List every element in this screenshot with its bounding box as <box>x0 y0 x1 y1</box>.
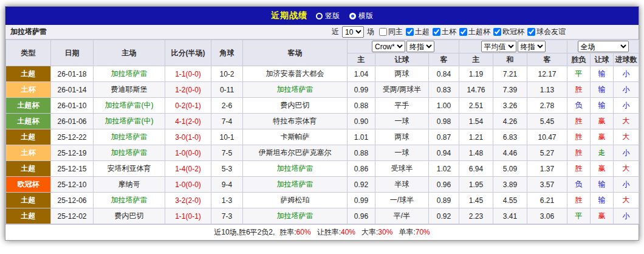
checkbox[interactable] <box>527 28 535 36</box>
away-team[interactable]: 特拉布宗体育 <box>243 114 348 129</box>
layout-radio-horizontal[interactable]: 横版 <box>349 11 373 21</box>
avg-away: 3.57 <box>527 177 567 193</box>
result-handicap: 走 <box>591 145 614 161</box>
radio-icon[interactable] <box>349 13 356 19</box>
away-team[interactable]: 加拉塔萨雷 <box>243 82 348 98</box>
scope-group-header: 全场 <box>567 40 639 53</box>
corner-score: 10-1 <box>211 129 243 145</box>
odds-away: 1.02 <box>429 161 459 177</box>
avg-final-select[interactable]: 终指 <box>518 41 546 52</box>
odds-away: 0.87 <box>429 129 459 145</box>
home-team[interactable]: 摩纳哥 <box>94 177 165 193</box>
corner-score: 10-2 <box>211 66 243 82</box>
avg-draw: 3.26 <box>493 98 527 114</box>
away-team[interactable]: 卡斯帕萨 <box>243 129 348 145</box>
league-badge: 土超杯 <box>6 114 51 129</box>
subcol-odds-handicap: 让球 <box>375 53 429 66</box>
away-team[interactable]: 加拉塔萨雷 <box>243 177 348 193</box>
odds-away: 0.98 <box>429 114 459 129</box>
filter-checkbox-土超[interactable]: 土超 <box>403 27 430 37</box>
avg-draw: 4.55 <box>493 193 527 208</box>
odds-final-select[interactable]: 终指 <box>406 41 434 52</box>
corner-score: 0-11 <box>211 82 243 98</box>
avg-home: 2.51 <box>459 98 493 114</box>
checkbox[interactable] <box>406 28 414 36</box>
odds-source-select[interactable]: Crow* <box>372 41 405 52</box>
result-handicap: 输 <box>591 177 614 193</box>
titlebar: 近期战绩 竖版横版 <box>5 7 639 25</box>
away-team[interactable]: 加济安泰普大都会 <box>243 66 348 82</box>
odds-away: 1.00 <box>429 98 459 114</box>
avg-away: 5.45 <box>527 114 567 129</box>
filter-checkbox-球会友谊[interactable]: 球会友谊 <box>524 27 566 37</box>
scope-select[interactable]: 全场 <box>578 41 629 52</box>
avg-away: 1.13 <box>527 82 567 98</box>
radio-icon[interactable] <box>316 13 323 19</box>
result-wdl: 胜 <box>567 82 591 98</box>
col-header-date: 日期 <box>51 40 94 66</box>
league-badge: 土超 <box>6 129 51 145</box>
match-date: 26-01-14 <box>51 82 94 98</box>
away-team[interactable]: 萨姆松珀 <box>243 193 348 208</box>
checkbox[interactable] <box>459 28 467 36</box>
avg-select[interactable]: 平均值 <box>481 41 516 52</box>
league-badge: 欧冠杯 <box>6 177 51 193</box>
table-row: 土超 26-01-18 加拉塔萨雷 1-1(0-0) 10-2 加济安泰普大都会… <box>6 66 639 82</box>
odds-home: 0.99 <box>348 82 375 98</box>
result-handicap: 输 <box>591 82 614 98</box>
league-badge: 土超 <box>6 193 51 208</box>
odds-home: 0.86 <box>348 161 375 177</box>
score: 4-1(2-0) <box>165 114 211 129</box>
odds-handicap: 一球 <box>375 145 429 161</box>
layout-toggle: 竖版横版 <box>316 11 373 21</box>
result-wdl: 胜 <box>567 161 591 177</box>
odds-home: 0.88 <box>348 145 375 161</box>
filter-checkbox-同主[interactable]: 同主 <box>376 27 403 37</box>
filter-checkbox-欧冠杯[interactable]: 欧冠杯 <box>490 27 524 37</box>
checkbox[interactable] <box>379 28 387 36</box>
subcol-result-hcp: 让球 <box>591 53 614 66</box>
avg-home: 1.21 <box>459 129 493 145</box>
home-team[interactable]: 加拉塔萨雷(中) <box>94 98 165 114</box>
footer-stat-label: 让胜率: <box>317 228 341 236</box>
results-tbody: 土超 26-01-18 加拉塔萨雷 1-1(0-0) 10-2 加济安泰普大都会… <box>6 66 639 224</box>
home-team[interactable]: 费内巴切 <box>94 208 165 224</box>
away-team[interactable]: 加拉塔萨雷 <box>243 161 348 177</box>
checkbox[interactable] <box>433 28 440 36</box>
avg-home: 2.23 <box>459 208 493 224</box>
result-handicap: 赢 <box>591 114 614 129</box>
col-header-score: 比分(半场) <box>165 40 211 66</box>
col-header-home: 主场 <box>94 40 165 66</box>
home-team[interactable]: 加拉塔萨雷(中) <box>94 114 165 129</box>
filter-checkbox-土超杯[interactable]: 土超杯 <box>456 27 490 37</box>
corner-score: 7-4 <box>211 114 243 129</box>
col-header-corner: 角球 <box>211 40 243 66</box>
home-team[interactable]: 加拉塔萨雷 <box>94 129 165 145</box>
home-team[interactable]: 安塔利亚体育 <box>94 161 165 177</box>
home-team[interactable]: 加拉塔萨雷 <box>94 193 165 208</box>
home-team[interactable]: 加拉塔萨雷 <box>94 66 165 82</box>
away-team[interactable]: 伊斯坦布尔巴萨克塞尔 <box>243 145 348 161</box>
table-row: 欧冠杯 25-12-10 摩纳哥 1-0(0-0) 9-4 加拉塔萨雷 0.92… <box>6 177 639 193</box>
match-count-select[interactable]: 10 <box>342 26 364 38</box>
match-date: 25-12-10 <box>51 177 94 193</box>
footer-summary-bar: 近10场,胜6平2负2, 胜率:60%让胜率:40%大率:30%单率:70% <box>5 224 639 240</box>
result-goals: 大 <box>614 193 639 208</box>
subcol-avg-away: 客 <box>527 53 567 66</box>
home-team[interactable]: 加拉塔萨雷 <box>94 145 165 161</box>
home-team[interactable]: 费迪耶斯堡 <box>94 82 165 98</box>
subcol-odds-home: 主 <box>348 53 375 66</box>
games-label: 场 <box>367 27 374 37</box>
checkbox[interactable] <box>493 28 501 36</box>
odds-home: 0.88 <box>348 98 375 114</box>
table-row: 土超 25-12-06 加拉塔萨雷 3-2(2-0) 1-3 萨姆松珀 0.99… <box>6 193 639 208</box>
away-team[interactable]: 加拉塔萨雷 <box>243 208 348 224</box>
odds-handicap: 平手 <box>375 98 429 114</box>
result-goals: 大 <box>614 114 639 129</box>
result-wdl: 胜 <box>567 145 591 161</box>
result-handicap: 输 <box>591 98 614 114</box>
footer-stat-value: 60% <box>296 228 311 236</box>
away-team[interactable]: 费内巴切 <box>243 98 348 114</box>
filter-checkbox-土杯[interactable]: 土杯 <box>430 27 456 37</box>
layout-radio-vertical[interactable]: 竖版 <box>316 11 340 21</box>
